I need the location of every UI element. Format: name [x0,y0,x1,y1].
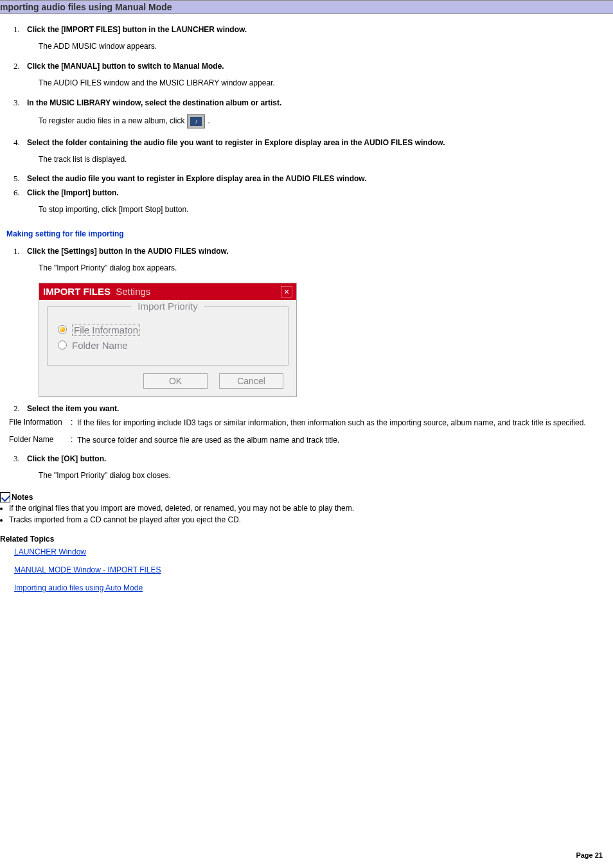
radio-icon [58,341,67,350]
definition-desc: The source folder and source file are us… [77,435,613,446]
link-launcher-window[interactable]: LAUNCHER Window [14,547,86,556]
close-icon[interactable]: × [281,286,292,297]
section-heading: Making setting for file importing [6,229,613,238]
radio-label: Folder Name [72,340,128,351]
step-label: Click the [Settings] button in the AUDIO… [22,247,229,256]
dialog-title-1: IMPORT FILES [43,286,111,297]
notes-heading: Notes [0,492,613,502]
step-label: Select the audio file you want to regist… [22,174,367,183]
definition-term: Folder Name [9,435,71,444]
step-desc-suffix: . [208,116,209,127]
radio-icon [58,325,67,334]
step-item: Click the [IMPORT FILES] button in the L… [22,24,613,52]
step-label: In the MUSIC LIBRARY window, select the … [22,98,281,107]
step-item: Select the item you want. [22,403,613,414]
main-steps-list: Click the [IMPORT FILES] button in the L… [0,24,613,215]
step-desc: The ADD MUSIC window appears. [39,41,613,52]
notes-label: Notes [12,493,33,502]
definition-desc: If the files for importing include ID3 t… [77,418,613,429]
definition-row: File Information : If the files for impo… [9,418,613,429]
link-manual-mode-window[interactable]: MANUAL MODE Window - IMPORT FILES [14,565,161,574]
import-priority-dialog: IMPORT FILES Settings × Import Priority … [39,283,297,397]
cancel-button[interactable]: Cancel [219,373,283,389]
sub-steps-list-cont: Click the [OK] button. The "Import Prior… [0,454,613,481]
definition-row: Folder Name : The source folder and sour… [9,435,613,446]
related-links: LAUNCHER Window MANUAL MODE Window - IMP… [14,547,613,601]
step-item: Click the [Import] button. To stop impor… [22,188,613,215]
page-number: Page 21 [576,851,603,859]
dialog-group: Import Priority File Informaton Folder N… [47,306,289,366]
step-desc: To register audio files in a new album, … [39,114,613,128]
page-title: mporting audio files using Manual Mode [0,0,613,14]
definition-term: File Information [9,418,71,427]
step-label: Select the item you want. [22,404,119,413]
ok-button[interactable]: OK [143,373,208,389]
step-label: Select the folder containing the audio f… [22,138,445,147]
step-desc: To stop importing, click [Import Stop] b… [39,204,613,215]
step-item: Select the folder containing the audio f… [22,137,613,165]
step-item: Click the [MANUAL] button to switch to M… [22,61,613,89]
step-item: Click the [Settings] button in the AUDIO… [22,246,613,397]
note-icon [0,492,10,502]
radio-file-information[interactable]: File Informaton [58,324,278,336]
note-item: If the original files that you import ar… [9,504,613,514]
step-desc: The "Import Priority" dialog box appears… [39,263,613,274]
dialog-titlebar: IMPORT FILES Settings × [39,283,296,300]
new-album-icon[interactable] [187,114,205,128]
step-item: Select the audio file you want to regist… [22,173,613,184]
step-desc: The "Import Priority" dialog box closes. [39,470,613,481]
dialog-title-2: Settings [116,286,150,297]
dialog-group-label: Import Priority [131,301,204,312]
radio-label: File Informaton [72,324,140,336]
step-label: Click the [IMPORT FILES] button in the L… [22,25,247,34]
related-heading: Related Topics [0,535,613,544]
definition-table: File Information : If the files for impo… [9,418,613,446]
sub-steps-list: Click the [Settings] button in the AUDIO… [0,246,613,414]
dialog-body: Import Priority File Informaton Folder N… [39,300,296,396]
step-item: In the MUSIC LIBRARY window, select the … [22,98,613,128]
radio-folder-name[interactable]: Folder Name [58,340,278,351]
step-item: Click the [OK] button. The "Import Prior… [22,454,613,481]
step-desc: The track list is displayed. [39,154,613,165]
step-desc: The AUDIO FILES window and the MUSIC LIB… [39,78,613,89]
note-item: Tracks imported from a CD cannot be play… [9,515,613,526]
step-label: Click the [MANUAL] button to switch to M… [22,62,224,71]
link-importing-auto-mode[interactable]: Importing audio files using Auto Mode [14,583,143,592]
notes-list: If the original files that you import ar… [9,504,613,525]
step-label: Click the [Import] button. [22,188,119,197]
step-label: Click the [OK] button. [22,454,106,463]
step-desc-prefix: To register audio files in a new album, … [39,116,184,127]
